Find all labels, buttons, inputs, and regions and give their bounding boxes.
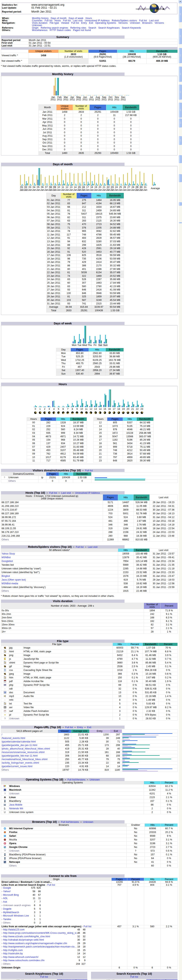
svg-text:ii: ii [5, 808, 6, 810]
svg-text:W: W [4, 692, 6, 694]
svg-text:U: U [4, 811, 6, 814]
svg-text:?: ? [4, 718, 5, 720]
svg-text:N: N [4, 861, 6, 863]
svg-text:?: ? [4, 792, 5, 795]
svg-text:?: ? [4, 476, 5, 479]
svg-text:?: ? [4, 850, 5, 852]
svg-text:PHP: PHP [4, 684, 6, 686]
